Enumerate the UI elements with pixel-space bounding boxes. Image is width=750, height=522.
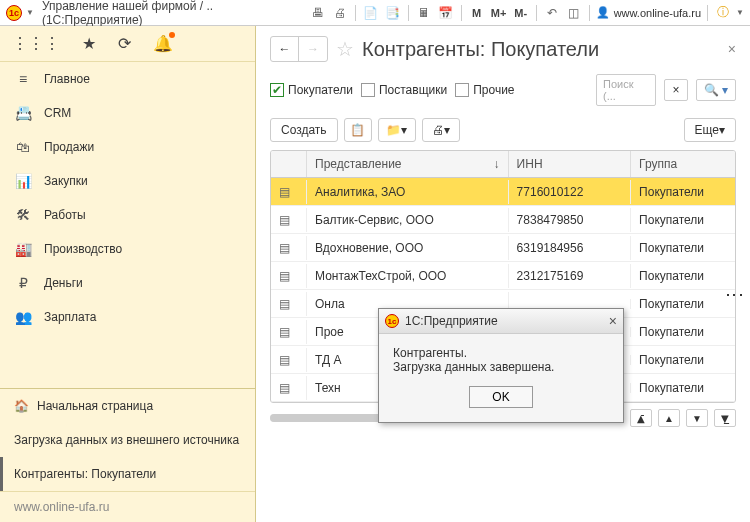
- menu-label: Зарплата: [44, 310, 97, 324]
- print-icon[interactable]: 🖨: [331, 4, 349, 22]
- cell-name: Вдохновение, ООО: [307, 236, 509, 260]
- dialog-ok-button[interactable]: OK: [469, 386, 532, 408]
- search-input[interactable]: Поиск (...: [596, 74, 656, 106]
- cell-group: Покупатели: [631, 264, 735, 288]
- item-icon: ▤: [279, 353, 290, 367]
- table-header: Представление↓ ИНН Группа: [271, 151, 735, 178]
- cell-name: Аналитика, ЗАО: [307, 180, 509, 204]
- menu-label: Производство: [44, 242, 122, 256]
- dialog-logo-icon: 1c: [385, 314, 399, 328]
- item-icon: ▤: [279, 381, 290, 395]
- cell-inn: 2312175169: [509, 264, 631, 288]
- filter-suppliers[interactable]: Поставщики: [361, 83, 447, 97]
- table-row[interactable]: ▤Вдохновение, ООО6319184956Покупатели: [271, 234, 735, 262]
- dialog-close-button[interactable]: ×: [609, 313, 617, 329]
- filter-buyers[interactable]: ✔Покупатели: [270, 83, 353, 97]
- nav-buttons: ← →: [270, 36, 328, 62]
- close-page-button[interactable]: ×: [728, 41, 736, 57]
- table-row[interactable]: ▤МонтажТехСтрой, ООО2312175169Покупатели: [271, 262, 735, 290]
- col-inn[interactable]: ИНН: [509, 151, 631, 177]
- info-dropdown[interactable]: ▼: [736, 8, 744, 17]
- open-page-label: Начальная страница: [37, 399, 153, 413]
- app-menu-dropdown[interactable]: ▼: [26, 8, 34, 17]
- info-icon[interactable]: ⓘ: [714, 4, 732, 22]
- memory-m-plus[interactable]: M+: [490, 4, 508, 22]
- nav-forward-button[interactable]: →: [299, 37, 327, 61]
- apps-grid-icon[interactable]: ⋮⋮⋮: [12, 34, 60, 53]
- logo-1c-icon: 1c: [6, 5, 22, 21]
- cell-group: Покупатели: [631, 180, 735, 204]
- memory-m[interactable]: M: [468, 4, 486, 22]
- scroll-up-button[interactable]: ▲: [658, 409, 680, 427]
- favorite-star-icon[interactable]: ★: [82, 34, 96, 53]
- menu-item-Зарплата[interactable]: 👥Зарплата: [0, 300, 255, 334]
- user-area[interactable]: 👤 www.online-ufa.ru: [596, 6, 701, 19]
- menu-label: Деньги: [44, 276, 83, 290]
- cell-group: Покупатели: [631, 236, 735, 260]
- back-icon[interactable]: ↶: [543, 4, 561, 22]
- site-link[interactable]: www.online-ufa.ru: [0, 491, 255, 522]
- menu-icon: 🏭: [14, 241, 32, 257]
- scroll-down-button[interactable]: ▼: [686, 409, 708, 427]
- find-button[interactable]: 🔍 ▾: [696, 79, 736, 101]
- home-icon: 🏠: [14, 399, 29, 413]
- menu-icon: 🛠: [14, 207, 32, 223]
- side-handle-icon[interactable]: ⋮: [724, 286, 746, 302]
- history-icon[interactable]: ⟳: [118, 34, 131, 53]
- menu-item-Продажи[interactable]: 🛍Продажи: [0, 130, 255, 164]
- memory-m-minus[interactable]: M-: [512, 4, 530, 22]
- favorite-toggle-icon[interactable]: ☆: [336, 37, 354, 61]
- item-icon: ▤: [279, 213, 290, 227]
- scroll-top-button[interactable]: ▲̄: [630, 409, 652, 427]
- dialog-title-text: 1С:Предприятие: [405, 314, 498, 328]
- menu-item-Производство[interactable]: 🏭Производство: [0, 232, 255, 266]
- menu-item-Закупки[interactable]: 📊Закупки: [0, 164, 255, 198]
- open-pages: 🏠 Начальная страница Загрузка данных из …: [0, 388, 255, 522]
- print-dropdown-button[interactable]: 🖨▾: [422, 118, 460, 142]
- user-icon: 👤: [596, 6, 610, 19]
- cell-inn: 6319184956: [509, 236, 631, 260]
- copy-button[interactable]: 📋: [344, 118, 372, 142]
- cell-group: Покупатели: [631, 292, 735, 316]
- compare-icon[interactable]: 📑: [384, 4, 402, 22]
- filter-other[interactable]: Прочие: [455, 83, 514, 97]
- scroll-bottom-button[interactable]: ▼̲: [714, 409, 736, 427]
- dialog-text-line2: Загрузка данных завершена.: [393, 360, 609, 374]
- open-page-label: Контрагенты: Покупатели: [14, 467, 156, 481]
- menu-icon: 👥: [14, 309, 32, 325]
- table-row[interactable]: ▤Аналитика, ЗАО7716010122Покупатели: [271, 178, 735, 206]
- col-name[interactable]: Представление↓: [307, 151, 509, 177]
- col-group[interactable]: Группа: [631, 151, 735, 177]
- menu-icon: ₽: [14, 275, 32, 291]
- cell-inn: 7838479850: [509, 208, 631, 232]
- menu-item-Работы[interactable]: 🛠Работы: [0, 198, 255, 232]
- menu-label: Главное: [44, 72, 90, 86]
- menu-item-Главное[interactable]: ≡Главное: [0, 62, 255, 96]
- title-bar: 1c ▼ Управление нашей фирмой / .. (1С:Пр…: [0, 0, 750, 26]
- open-page-contragents[interactable]: Контрагенты: Покупатели: [0, 457, 255, 491]
- nav-back-button[interactable]: ←: [271, 37, 299, 61]
- calculator-icon[interactable]: 🖩: [415, 4, 433, 22]
- item-icon: ▤: [279, 269, 290, 283]
- user-link: www.online-ufa.ru: [614, 7, 701, 19]
- save-icon[interactable]: 📄: [362, 4, 380, 22]
- item-icon: ▤: [279, 185, 290, 199]
- panel-icon[interactable]: ◫: [565, 4, 583, 22]
- menu-item-CRM[interactable]: 📇CRM: [0, 96, 255, 130]
- calendar-icon[interactable]: 📅: [437, 4, 455, 22]
- menu-label: Работы: [44, 208, 86, 222]
- folder-button[interactable]: 📁▾: [378, 118, 416, 142]
- clear-search-button[interactable]: ×: [664, 79, 688, 101]
- cell-inn: 7716010122: [509, 180, 631, 204]
- print-preview-icon[interactable]: 🖶: [309, 4, 327, 22]
- open-page-home[interactable]: 🏠 Начальная страница: [0, 389, 255, 423]
- notifications-bell-icon[interactable]: 🔔: [153, 34, 173, 53]
- cell-name: Балтик-Сервис, ООО: [307, 208, 509, 232]
- menu-icon: 🛍: [14, 139, 32, 155]
- menu-item-Деньги[interactable]: ₽Деньги: [0, 266, 255, 300]
- open-page-load[interactable]: Загрузка данных из внешнего источника: [0, 423, 255, 457]
- create-button[interactable]: Создать: [270, 118, 338, 142]
- more-button[interactable]: Еще ▾: [684, 118, 736, 142]
- table-row[interactable]: ▤Балтик-Сервис, ООО7838479850Покупатели: [271, 206, 735, 234]
- menu-icon: ≡: [14, 71, 32, 87]
